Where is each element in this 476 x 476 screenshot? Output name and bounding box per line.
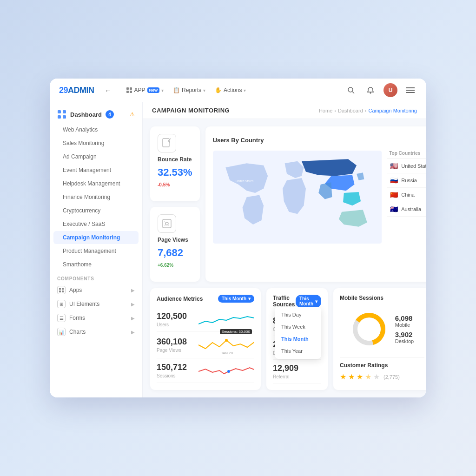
- sidebar-item-campaign-monitoring[interactable]: Campaign Monitoring: [53, 231, 139, 244]
- components-section-label: COMPONENTS: [50, 271, 142, 283]
- dropdown-this-month[interactable]: This Month: [275, 333, 321, 345]
- country-row-australia: 🇦🇺 Australia 4,300: [387, 202, 426, 217]
- svg-rect-13: [63, 115, 66, 119]
- sidebar-item-ad-campaign[interactable]: Ad Campaign: [53, 150, 139, 163]
- sidebar-item-sales-monitoring[interactable]: Sales Monitoring: [53, 137, 139, 150]
- country-row-china: 🇨🇳 China 4,750: [387, 188, 426, 202]
- page-header: CAMPAIGN MONITORING Home › Dashboard › C…: [143, 102, 426, 119]
- users-sparkline: [198, 311, 254, 328]
- country-row-us: 🇺🇸 United States 5,508: [387, 159, 426, 173]
- dropdown-this-year[interactable]: This Year: [275, 345, 321, 357]
- traffic-header: Traffic Sources This Month ▾: [273, 295, 321, 308]
- donut-area: 6,098 Mobile 3,902 Desktop: [340, 306, 424, 352]
- sidebar-item-finance[interactable]: Finance Monitoring: [53, 191, 139, 204]
- desktop-stat: 3,902 Desktop: [395, 331, 414, 344]
- audience-pageviews-row: 360,108 Page Views JAN 20 Sessions: 30,0…: [157, 332, 254, 358]
- sidebar-item-web-analytics[interactable]: Web Analytics: [53, 123, 139, 136]
- search-button[interactable]: [344, 84, 357, 97]
- sidebar-item-event-management[interactable]: Event Management: [53, 164, 139, 177]
- main-modal: 29ADMIN ← APP New ▾ 📋 Reports ▾ ✋ Action…: [50, 79, 426, 397]
- desktop-label: Desktop: [395, 338, 414, 344]
- svg-rect-18: [163, 139, 169, 147]
- page-views-card: Page Views 7,682 +6.62%: [150, 207, 200, 282]
- notifications-button[interactable]: [364, 84, 377, 97]
- pageviews-sparkline: [198, 336, 254, 352]
- back-button[interactable]: ←: [102, 84, 115, 97]
- topbar: 29ADMIN ← APP New ▾ 📋 Reports ▾ ✋ Action…: [50, 79, 426, 102]
- audience-sessions-row: 150,712 Sessions: [157, 358, 254, 383]
- australia-name: Australia: [401, 206, 426, 212]
- star-2: ★: [348, 372, 355, 381]
- desktop-value: 3,902: [395, 331, 414, 338]
- svg-rect-15: [62, 288, 64, 290]
- australia-flag: 🇦🇺: [389, 206, 398, 212]
- traffic-referral-value: 12,909: [273, 364, 310, 373]
- page-views-icon-area: [158, 214, 176, 233]
- sidebar-item-apps[interactable]: Apps ▶: [50, 283, 142, 297]
- sidebar-item-smarthome[interactable]: Smarthome: [53, 258, 139, 271]
- chevron-right-icon-3: ▶: [131, 316, 135, 321]
- sidebar-item-forms[interactable]: ☰ Forms ▶: [50, 311, 142, 325]
- jan-label: JAN 20: [221, 351, 233, 355]
- audience-metrics-card: Audience Metrics This Month ▾ 120,500 Us…: [150, 288, 261, 390]
- user-avatar[interactable]: U: [383, 83, 397, 97]
- star-1: ★: [340, 372, 346, 381]
- ratings-count: (2,775): [383, 374, 400, 380]
- audience-users-value: 120,500: [157, 311, 194, 321]
- dashboard-label: Dashboard: [70, 111, 102, 118]
- traffic-dropdown: This Day This Week This Month This Year: [275, 307, 321, 359]
- sidebar-item-charts[interactable]: 📊 Charts ▶: [50, 325, 142, 339]
- sidebar-header: Dashboard 4 ⚠: [50, 106, 142, 123]
- audience-month-badge[interactable]: This Month ▾: [218, 295, 254, 303]
- dropdown-this-week[interactable]: This Week: [275, 321, 321, 333]
- content-area: Bounce Rate 32.53% -0.5%: [143, 119, 426, 397]
- traffic-referral-row: 12,909 Referral: [273, 360, 321, 383]
- svg-rect-0: [126, 87, 129, 90]
- traffic-referral-label: Referral: [273, 374, 310, 379]
- chevron-right-icon: ▶: [131, 288, 135, 293]
- eye-icon: [161, 218, 172, 229]
- customer-ratings-section: Customer Ratings ★ ★ ★ ★ ★ (2,775): [340, 352, 424, 381]
- breadcrumb-sep2: ›: [365, 108, 367, 113]
- audience-sessions-value: 150,712: [157, 363, 194, 372]
- audience-header: Audience Metrics This Month ▾: [157, 295, 254, 303]
- sidebar-item-crypto[interactable]: Cryptocurrency: [53, 204, 139, 217]
- svg-rect-17: [62, 291, 64, 292]
- page-views-delta: +6.62%: [158, 263, 192, 268]
- sidebar-item-product-management[interactable]: Product Management: [53, 245, 139, 258]
- svg-rect-3: [130, 91, 132, 93]
- stars-row: ★ ★ ★ ★ ★ (2,775): [340, 372, 424, 381]
- dashboard-grid-icon: [57, 110, 66, 119]
- nav-actions[interactable]: ✋ Actions ▾: [211, 85, 250, 95]
- china-name: China: [401, 192, 426, 198]
- topbar-icons: U: [344, 83, 417, 97]
- audience-pageviews-value: 360,108: [157, 337, 194, 347]
- page-title: CAMPAIGN MONITORING: [152, 107, 230, 114]
- nav-app[interactable]: APP New ▾: [122, 85, 168, 95]
- map-container: United States Top Countries Users 🇺🇸: [213, 151, 426, 244]
- mobile-title: Mobile Sessions: [340, 295, 383, 301]
- bounce-rate-card: Bounce Rate 32.53% -0.5%: [150, 126, 200, 201]
- svg-rect-10: [58, 110, 61, 113]
- china-flag: 🇨🇳: [389, 192, 398, 198]
- svg-rect-12: [58, 115, 61, 119]
- sidebar-item-helpdesk[interactable]: Helpdesk Management: [53, 177, 139, 190]
- page-views-label: Page Views: [158, 237, 192, 243]
- sidebar-item-ui-elements[interactable]: ⊞ UI Elements ▶: [50, 297, 142, 311]
- chevron-right-icon-4: ▶: [131, 330, 135, 335]
- dropdown-this-day[interactable]: This Day: [275, 309, 321, 321]
- sidebar-item-executive[interactable]: Executive / SaaS: [53, 218, 139, 231]
- audience-users-label: Users: [157, 322, 194, 327]
- app-icon: [126, 87, 132, 93]
- document-arrow-icon: [161, 138, 172, 149]
- customer-ratings-title: Customer Ratings: [340, 362, 424, 369]
- nav-reports[interactable]: 📋 Reports ▾: [169, 85, 209, 95]
- charts-icon: 📊: [57, 328, 66, 336]
- traffic-month-badge[interactable]: This Month ▾: [296, 295, 321, 308]
- bottom-row: Audience Metrics This Month ▾ 120,500 Us…: [150, 288, 419, 390]
- brand-logo: 29ADMIN: [59, 86, 94, 95]
- menu-button[interactable]: [404, 84, 417, 97]
- sessions-sparkline: [198, 362, 254, 379]
- traffic-title: Traffic Sources: [273, 295, 296, 308]
- russia-name: Russia: [401, 178, 426, 183]
